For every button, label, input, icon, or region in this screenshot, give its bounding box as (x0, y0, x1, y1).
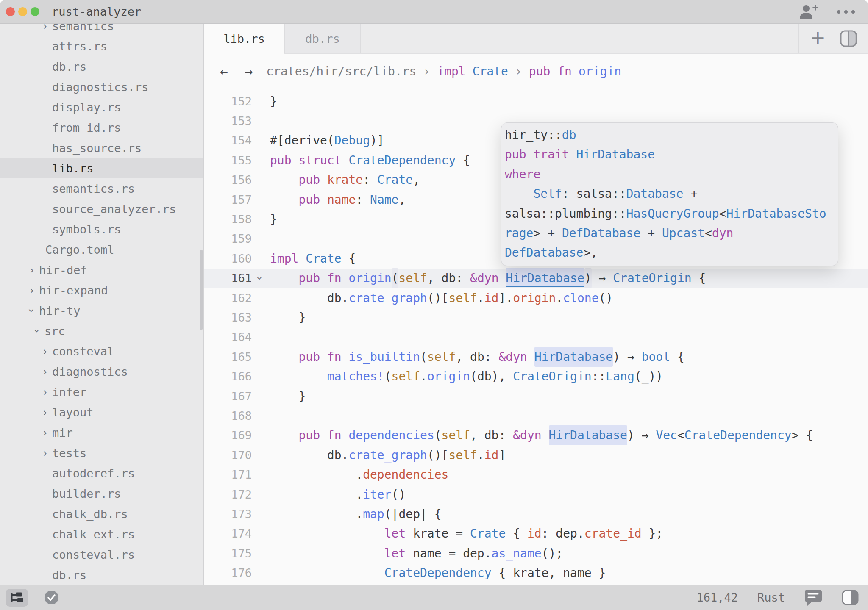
code-line-172[interactable]: 172 .iter() (204, 485, 868, 504)
code-token (270, 546, 384, 560)
tree-item-db.rs[interactable]: db.rs (0, 565, 203, 585)
close-window-button[interactable] (6, 7, 15, 16)
tab-strip: lib.rsdb.rs (204, 24, 361, 53)
code-line-176[interactable]: 176 CrateDependency { krate, name } (204, 563, 868, 582)
tree-item-autoderef.rs[interactable]: autoderef.rs (0, 463, 203, 483)
code-line-174[interactable]: 174 let krate = Crate { id: dep.crate_id… (204, 524, 868, 543)
tab-db.rs[interactable]: db.rs (284, 24, 361, 53)
chevron-right-icon[interactable]: › (40, 382, 50, 402)
breadcrumb-segment[interactable]: › (423, 64, 430, 78)
chevron-down-icon[interactable]: › (254, 275, 265, 281)
minimize-window-button[interactable] (18, 7, 27, 16)
language-indicator[interactable]: Rust (757, 591, 785, 604)
chevron-right-icon[interactable]: › (40, 361, 50, 382)
tree-item-hir-expand[interactable]: ›hir-expand (0, 280, 203, 300)
code-line-164[interactable]: 164 (204, 327, 868, 347)
breadcrumb-segment[interactable]: origin (579, 64, 621, 78)
split-pane-icon[interactable] (840, 30, 857, 47)
tree-item-diagnostics[interactable]: ›diagnostics (0, 361, 203, 382)
tree-item-db.rs[interactable]: db.rs (0, 56, 203, 77)
zoom-window-button[interactable] (31, 7, 39, 16)
add-collaborator-icon[interactable] (798, 5, 818, 19)
tree-item-layout[interactable]: ›layout (0, 402, 203, 422)
tree-item-chalk_ext.rs[interactable]: chalk_ext.rs (0, 524, 203, 544)
tree-item-tests[interactable]: ›tests (0, 443, 203, 463)
tree-item-infer[interactable]: ›infer (0, 382, 203, 402)
chevron-right-icon[interactable]: › (40, 443, 50, 463)
tree-item-hir-ty[interactable]: ›hir-ty (0, 300, 203, 321)
tree-item-chalk_db.rs[interactable]: chalk_db.rs (0, 504, 203, 524)
tree-item-consteval[interactable]: ›consteval (0, 341, 203, 361)
code-token: CrateDependency (348, 153, 456, 167)
code-token: CrateDependency (684, 428, 792, 442)
chevron-right-icon[interactable]: › (40, 402, 50, 422)
breadcrumb-segment[interactable]: impl (437, 64, 465, 78)
code-line-168[interactable]: 168 (204, 406, 868, 425)
tree-item-semantics[interactable]: ›semantics (0, 24, 203, 36)
tree-item-has_source.rs[interactable]: has_source.rs (0, 138, 203, 158)
tree-item-hir-def[interactable]: ›hir-def (0, 260, 203, 280)
code-line-166[interactable]: 166 matches!(self.origin(db), CrateOrigi… (204, 366, 868, 386)
file-label: builder.rs (0, 487, 121, 500)
chevron-right-icon[interactable]: › (27, 260, 36, 280)
tree-item-lib.rs[interactable]: lib.rs (0, 158, 203, 178)
chevron-right-icon[interactable]: › (40, 341, 50, 361)
breadcrumb-segment[interactable]: Crate (473, 64, 508, 78)
tree-item-diagnostics.rs[interactable]: diagnostics.rs (0, 77, 203, 97)
code-line-163[interactable]: 163 } (204, 308, 868, 327)
tree-item-mir[interactable]: ›mir (0, 422, 203, 443)
more-menu-icon[interactable] (837, 10, 855, 14)
feedback-chat-icon[interactable] (804, 589, 822, 606)
code-token: HirDatabase (534, 347, 613, 367)
tree-item-src[interactable]: ›src (0, 321, 203, 341)
tree-item-symbols.rs[interactable]: symbols.rs (0, 219, 203, 239)
chevron-down-icon[interactable]: › (27, 326, 47, 336)
line-number: 167 (204, 390, 252, 403)
project-panel-toggle-button[interactable] (6, 589, 28, 607)
back-button[interactable]: ← (220, 64, 228, 79)
code-line-170[interactable]: 170 db.crate_graph()[self.id] (204, 445, 868, 465)
chevron-down-icon[interactable]: › (22, 306, 42, 315)
code-line-171[interactable]: 171 .dependencies (204, 465, 868, 484)
forward-button[interactable]: → (245, 64, 253, 79)
diagnostics-check-icon[interactable] (44, 590, 59, 605)
new-tab-button[interactable]: + (810, 28, 826, 47)
tab-lib.rs[interactable]: lib.rs (204, 24, 284, 54)
right-dock-toggle-icon[interactable] (842, 590, 859, 605)
tree-item-attrs.rs[interactable]: attrs.rs (0, 36, 203, 56)
code-line-161[interactable]: 161› pub fn origin(self, db: &dyn HirDat… (204, 269, 868, 288)
line-number: 160 (204, 252, 252, 265)
tree-item-source_analyzer.rs[interactable]: source_analyzer.rs (0, 199, 203, 219)
code-token: pub fn (298, 428, 348, 442)
code-line-152[interactable]: 152} (204, 92, 868, 111)
breadcrumb-segment[interactable]: pub fn (529, 64, 572, 78)
chevron-right-icon[interactable]: › (40, 422, 50, 443)
line-number: 155 (204, 154, 252, 167)
breadcrumb-path: crates/hir/src/lib.rs›implCrate›pub fnor… (266, 64, 621, 78)
code-line-162[interactable]: 162 db.crate_graph()[self.id].origin.clo… (204, 288, 868, 308)
breadcrumb-segment[interactable]: › (515, 64, 522, 78)
tab-actions: + (798, 24, 868, 53)
tree-item-display.rs[interactable]: display.rs (0, 97, 203, 117)
code-line-177[interactable]: 177 }) (204, 583, 868, 585)
tree-item-consteval.rs[interactable]: consteval.rs (0, 544, 203, 565)
chevron-right-icon[interactable]: › (40, 24, 50, 36)
code-line-165[interactable]: 165 pub fn is_builtin(self, db: &dyn Hir… (204, 347, 868, 366)
code-token: : (363, 173, 377, 187)
tree-item-Cargo.toml[interactable]: Cargo.toml (0, 239, 203, 260)
code-line-173[interactable]: 173 .map(|dep| { (204, 504, 868, 524)
tooltip-token: >, (583, 246, 598, 260)
breadcrumb-segment[interactable]: crates/hir/src/lib.rs (266, 64, 416, 78)
code-token: . (556, 291, 563, 305)
code-editor[interactable]: 152}153154#[derive(Debug)]155pub struct … (204, 89, 868, 585)
code-line-175[interactable]: 175 let name = dep.as_name(); (204, 543, 868, 563)
chevron-right-icon[interactable]: › (27, 280, 36, 300)
sidebar-scrollbar[interactable] (200, 250, 203, 330)
fold-gutter: › (252, 269, 270, 288)
code-line-167[interactable]: 167 } (204, 386, 868, 406)
tree-item-builder.rs[interactable]: builder.rs (0, 483, 203, 504)
tree-item-semantics.rs[interactable]: semantics.rs (0, 178, 203, 199)
cursor-position[interactable]: 161,42 (696, 591, 738, 604)
tree-item-from_id.rs[interactable]: from_id.rs (0, 117, 203, 138)
code-line-169[interactable]: 169 pub fn dependencies(self, db: &dyn H… (204, 426, 868, 445)
